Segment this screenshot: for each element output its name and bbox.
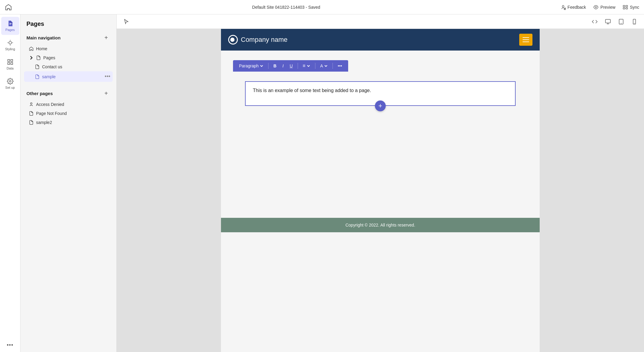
home-icon[interactable] [5, 4, 12, 11]
person-icon [29, 102, 34, 107]
nav-item-access-denied[interactable]: Access Denied [24, 100, 113, 109]
access-denied-label: Access Denied [36, 102, 64, 107]
nav-item-sample2[interactable]: sample2 [24, 118, 113, 127]
sidebar-pages-label: Pages [5, 28, 15, 32]
svg-rect-3 [623, 5, 625, 7]
sample-nav-label: sample [42, 74, 56, 79]
italic-button[interactable]: I [280, 62, 286, 69]
icon-sidebar: Pages Styling Data [0, 14, 20, 352]
svg-point-0 [562, 5, 564, 7]
add-main-nav-button[interactable]: + [102, 33, 110, 42]
feedback-icon [560, 5, 566, 10]
format-divider-1 [268, 63, 268, 69]
canvas-content: Company name Paragraph [221, 29, 540, 352]
format-toolbar: Paragraph B I U [233, 60, 348, 72]
svg-rect-15 [11, 60, 12, 61]
svg-rect-8 [9, 24, 11, 24]
sidebar-item-pages[interactable]: Pages [1, 17, 19, 35]
brand-icon [228, 35, 238, 45]
pages-nav-label: Pages [43, 55, 55, 60]
nav-item-page-not-found[interactable]: Page Not Found [24, 109, 113, 118]
sync-button[interactable]: Sync [623, 5, 639, 10]
sidebar-item-setup[interactable]: Set up [1, 75, 19, 93]
sidebar-item-styling[interactable]: Styling [1, 36, 19, 54]
sync-label: Sync [630, 5, 639, 10]
brand-name: Company name [241, 36, 287, 44]
file-sample2-icon [29, 120, 34, 125]
font-button[interactable]: A [318, 62, 330, 69]
bold-button[interactable]: B [271, 62, 279, 69]
add-other-pages-button[interactable]: + [102, 89, 110, 97]
site-menu-button[interactable] [519, 34, 532, 46]
styling-icon [7, 39, 14, 46]
canvas-empty-area [221, 122, 540, 218]
brand: Company name [228, 35, 287, 45]
pages-panel: Pages Main navigation + Home [20, 14, 117, 352]
desktop-icon [605, 19, 611, 25]
chevron-right-icon [29, 55, 34, 60]
svg-rect-17 [11, 63, 12, 64]
sidebar-styling-label: Styling [5, 47, 15, 51]
add-block-button[interactable]: + [375, 100, 386, 111]
main-nav-header: Main navigation + [24, 31, 113, 44]
editor-section: Paragraph B I U [221, 51, 540, 122]
sample-more-button[interactable]: ••• [105, 73, 110, 80]
nav-item-home[interactable]: Home [24, 44, 113, 53]
data-icon [7, 59, 14, 65]
feedback-button[interactable]: Feedback [560, 5, 586, 10]
text-editor-area[interactable]: This is an example of some text being ad… [245, 81, 516, 106]
svg-point-18 [9, 80, 11, 82]
canvas-toolbar-left [121, 17, 131, 26]
more-format-button[interactable]: ••• [335, 62, 345, 69]
main-layout: Pages Styling Data [0, 14, 644, 352]
format-divider-2 [298, 63, 298, 69]
pages-panel-title: Pages [20, 14, 116, 31]
site-header: Company name [221, 29, 540, 51]
font-a-label: A [320, 63, 323, 68]
preview-button[interactable]: Preview [593, 5, 615, 10]
svg-point-2 [595, 6, 597, 8]
sidebar-item-data[interactable]: Data [1, 55, 19, 73]
other-pages-title: Other pages [26, 91, 53, 96]
cursor-tool-button[interactable] [121, 17, 131, 26]
nav-item-sample[interactable]: sample ••• [24, 71, 113, 82]
tablet-view-button[interactable] [616, 17, 626, 26]
editor-text: This is an example of some text being ad… [253, 88, 371, 93]
sidebar-data-label: Data [7, 66, 14, 70]
mobile-view-button[interactable] [630, 17, 639, 26]
nav-item-contact-us[interactable]: Contact us [24, 62, 113, 71]
desktop-view-button[interactable] [603, 17, 613, 26]
sidebar-more[interactable]: ••• [7, 342, 14, 348]
align-button[interactable]: ≡ [300, 62, 313, 70]
canvas-toolbar-right [590, 17, 639, 26]
file-sample-icon [35, 74, 40, 79]
top-bar-center: Default Site 041822-114403 - Saved [252, 5, 320, 10]
format-divider-4 [333, 63, 333, 69]
file-nav-icon [36, 55, 41, 60]
hamburger-line-2 [523, 39, 529, 40]
canvas-area: Company name Paragraph [117, 14, 644, 352]
sync-icon [623, 5, 628, 10]
preview-label: Preview [600, 5, 615, 10]
site-title: Default Site 041822-114403 - Saved [252, 5, 320, 10]
home-nav-label: Home [36, 46, 47, 51]
sidebar-setup-label: Set up [5, 86, 15, 89]
feedback-label: Feedback [568, 5, 586, 10]
other-pages-header: Other pages + [24, 87, 113, 100]
paragraph-dropdown[interactable]: Paragraph [237, 62, 266, 69]
underline-button[interactable]: U [287, 62, 295, 69]
top-bar: Default Site 041822-114403 - Saved Feedb… [0, 0, 644, 14]
svg-point-9 [9, 41, 11, 44]
footer-text: Copyright © 2022. All rights reserved. [345, 223, 415, 227]
svg-rect-20 [606, 19, 611, 23]
nav-item-pages[interactable]: Pages [24, 53, 113, 62]
site-footer: Copyright © 2022. All rights reserved. [221, 218, 540, 232]
file-404-icon [29, 111, 34, 116]
mobile-icon [631, 19, 637, 25]
svg-rect-7 [9, 23, 11, 23]
hamburger-line-1 [523, 37, 529, 38]
svg-point-19 [30, 103, 32, 104]
code-view-button[interactable] [590, 17, 600, 26]
align-icon: ≡ [303, 63, 305, 69]
code-icon [592, 19, 598, 25]
